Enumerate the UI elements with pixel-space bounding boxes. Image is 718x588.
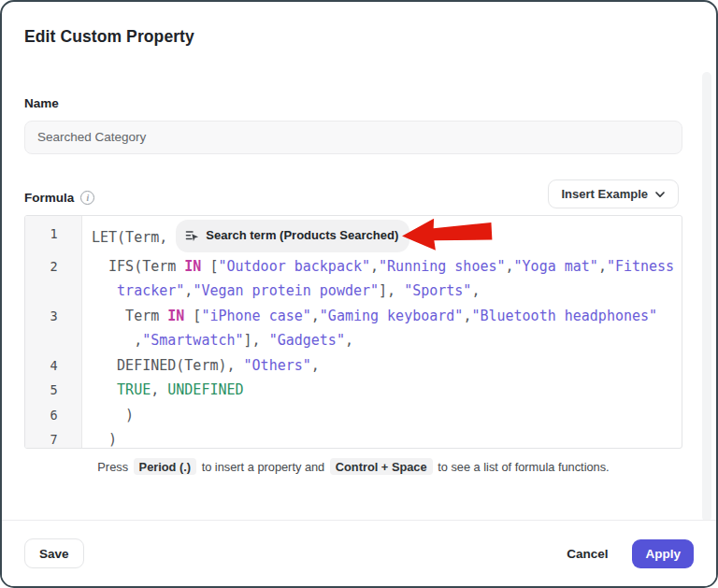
kbd-period: Period (.) xyxy=(134,458,196,475)
code-token: , xyxy=(92,332,142,349)
formula-lines: 1LET(Term, Search term (Products Searche… xyxy=(25,216,682,449)
code-token: "Gadgets" xyxy=(269,332,345,349)
code-token: DEFINED(Term), xyxy=(92,357,244,374)
line-number: 5 xyxy=(25,378,82,403)
code-row: tracker","Vegan protein powder"], "Sport… xyxy=(92,279,682,304)
line-number: 4 xyxy=(25,353,82,379)
code-token: LET(Term, xyxy=(92,229,176,246)
code-token: IFS(Term xyxy=(92,258,184,275)
hint-press: Press xyxy=(97,460,128,474)
code-token xyxy=(92,282,117,299)
formula-line: 7 ) xyxy=(25,427,682,449)
vertical-scrollbar[interactable] xyxy=(702,72,711,522)
code-token: Term xyxy=(92,308,167,324)
code-token: ], xyxy=(379,282,404,299)
code-token: "Yoga mat" xyxy=(514,258,598,275)
insert-example-label: Insert Example xyxy=(562,187,649,201)
formula-line: 1LET(Term, Search term (Products Searche… xyxy=(25,222,682,254)
chevron-down-icon xyxy=(655,187,665,201)
code-token xyxy=(92,381,117,398)
code-token: "Vegan protein powder" xyxy=(193,282,379,299)
line-number: 3 xyxy=(25,304,82,329)
code-token: ], xyxy=(244,332,269,349)
code-row: Term IN ["iPhone case","Gaming keyboard"… xyxy=(92,304,682,329)
code-row: ) xyxy=(92,427,682,449)
modal-title: Edit Custom Property xyxy=(24,27,194,47)
code-token: [ xyxy=(184,308,201,324)
line-number: 2 xyxy=(25,254,82,280)
code-token: ) xyxy=(92,407,134,423)
hint-middle: to insert a property and xyxy=(202,460,325,474)
formula-label-row: Formula i xyxy=(24,191,94,205)
keyboard-hint: Press Period (.) to insert a property an… xyxy=(24,458,682,475)
code-token: "iPhone case" xyxy=(201,308,310,324)
code-token: tracker" xyxy=(117,282,184,299)
code-cell: ) xyxy=(82,403,682,428)
code-token: ) xyxy=(92,431,117,448)
modal-footer: Save Cancel Apply xyxy=(2,520,716,586)
code-token: , xyxy=(471,282,480,299)
cancel-button[interactable]: Cancel xyxy=(567,547,608,561)
code-token: "Sports" xyxy=(404,282,471,299)
info-icon[interactable]: i xyxy=(80,191,94,205)
code-token: "Outdoor backpack" xyxy=(218,258,370,275)
name-input[interactable]: Searched Category xyxy=(24,121,682,154)
code-cell: ) xyxy=(82,427,682,449)
code-token: "Gaming keyboard" xyxy=(320,308,464,324)
insert-example-button[interactable]: Insert Example xyxy=(548,179,680,208)
code-token: "Fitness xyxy=(607,258,674,275)
formula-line: 5 TRUE, UNDEFINED xyxy=(25,378,682,403)
code-token: TRUE xyxy=(117,381,151,398)
property-chip[interactable]: Search term (Products Searched) xyxy=(176,220,409,252)
formula-line: 3 Term IN ["iPhone case","Gaming keyboar… xyxy=(25,304,682,353)
edit-custom-property-modal: Edit Custom Property Name Searched Categ… xyxy=(0,0,718,588)
code-token: , xyxy=(311,308,320,324)
code-token: , xyxy=(311,357,320,374)
code-row: ) xyxy=(92,403,682,428)
code-token: , xyxy=(506,258,514,275)
code-cell: Term IN ["iPhone case","Gaming keyboard"… xyxy=(82,304,682,353)
code-cell: LET(Term, Search term (Products Searched… xyxy=(82,222,682,254)
code-row: IFS(Term IN ["Outdoor backpack","Running… xyxy=(92,254,682,280)
code-token: "Smartwatch" xyxy=(142,332,243,349)
code-cell: IFS(Term IN ["Outdoor backpack","Running… xyxy=(82,254,682,304)
line-number: 7 xyxy=(25,427,82,449)
formula-line: 2 IFS(Term IN ["Outdoor backpack","Runni… xyxy=(25,254,682,304)
code-row: LET(Term, Search term (Products Searched… xyxy=(92,222,682,254)
code-token: "Running shoes" xyxy=(379,258,505,275)
property-chip-label: Search term (Products Searched) xyxy=(206,223,398,249)
code-token: , xyxy=(370,258,379,275)
line-number: 1 xyxy=(25,222,82,247)
code-cell: TRUE, UNDEFINED xyxy=(82,378,682,403)
code-row: TRUE, UNDEFINED xyxy=(92,378,682,403)
hint-suffix: to see a list of formula functions. xyxy=(438,460,610,474)
formula-line: 4 DEFINED(Term), "Others", xyxy=(25,353,682,379)
code-token: IN xyxy=(184,258,201,275)
code-cell: DEFINED(Term), "Others", xyxy=(82,353,682,379)
code-row: DEFINED(Term), "Others", xyxy=(92,353,682,379)
code-token: , xyxy=(598,258,607,275)
formula-label: Formula xyxy=(24,191,74,205)
code-token: , xyxy=(345,332,353,349)
code-token: IN xyxy=(167,308,184,324)
formula-line: 6 ) xyxy=(25,403,682,428)
formula-editor[interactable]: 1LET(Term, Search term (Products Searche… xyxy=(24,215,682,449)
code-token: "Bluetooth headphones" xyxy=(471,308,657,324)
code-token: [ xyxy=(201,258,218,275)
line-number: 6 xyxy=(25,403,82,428)
apply-button[interactable]: Apply xyxy=(632,539,694,568)
code-token: "Others" xyxy=(244,357,311,374)
save-button[interactable]: Save xyxy=(24,538,84,568)
code-row: ,"Smartwatch"], "Gadgets", xyxy=(92,328,682,353)
code-token: , xyxy=(409,229,426,246)
input-cursor-icon xyxy=(185,229,199,243)
kbd-control-space: Control + Space xyxy=(330,458,433,475)
code-token: , xyxy=(151,381,167,398)
name-label: Name xyxy=(24,96,59,110)
code-token: UNDEFINED xyxy=(167,381,243,398)
